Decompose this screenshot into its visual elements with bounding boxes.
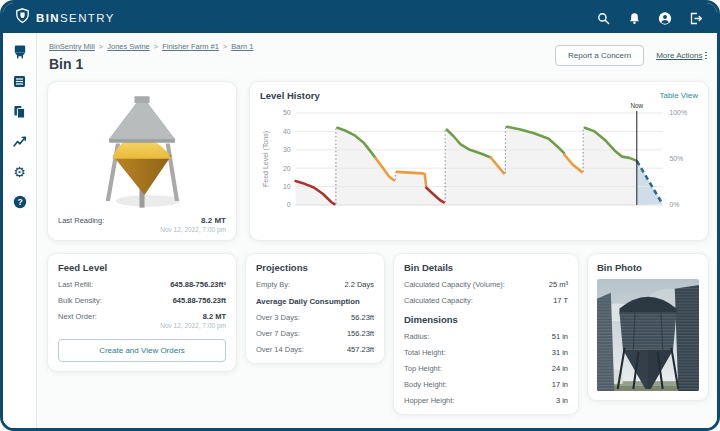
last-reading-timestamp: Nov 12, 2022, 7:00 pm — [58, 226, 226, 233]
radius-row: Radius: 51 in — [404, 332, 568, 341]
next-order-row: Next Order: 8.2 MT — [58, 312, 226, 321]
brand-shield-icon — [15, 8, 30, 28]
capacity-volume-row: Calculated Capacity (Volume): 25 m³ — [404, 280, 568, 289]
level-history-card: Level History Table View 010203040500%50… — [249, 81, 709, 241]
bin-details-title: Bin Details — [404, 262, 568, 273]
over-3-days-row: Over 3 Days: 56.23ft — [256, 313, 374, 322]
avg-daily-consumption-heading: Average Daily Consumption — [256, 297, 374, 306]
search-icon[interactable] — [596, 11, 610, 25]
dimensions-heading: Dimensions — [404, 314, 568, 325]
account-avatar-icon[interactable] — [658, 11, 672, 25]
last-refill-row: Last Refill: 645.88-756.23ft³ — [58, 280, 226, 289]
sidebar-item-trends[interactable] — [12, 134, 27, 149]
table-view-link[interactable]: Table View — [659, 91, 698, 100]
create-view-orders-button[interactable]: Create and View Orders — [58, 339, 226, 362]
svg-text:10: 10 — [283, 183, 291, 190]
bin-3d-illustration — [58, 88, 226, 216]
sidebar-item-help-icon[interactable]: ? — [12, 194, 27, 209]
over-14-days-row: Over 14 Days: 457.23ft — [256, 345, 374, 354]
breadcrumb-link-barn[interactable]: Barn 1 — [231, 42, 253, 51]
svg-text:0%: 0% — [669, 201, 679, 208]
svg-text:100%: 100% — [669, 109, 687, 116]
bin-photo-title: Bin Photo — [597, 262, 699, 273]
brand-logo: BINSENTRY — [15, 8, 115, 28]
main-content: BinSentry Mill>Jones Swine>Finisher Farm… — [37, 33, 717, 428]
feed-level-title: Feed Level — [58, 262, 226, 273]
breadcrumb-link-farm[interactable]: Finisher Farm #1 — [162, 42, 219, 51]
feed-level-card: Feed Level Last Refill: 645.88-756.23ft³… — [47, 253, 237, 372]
svg-text:50%: 50% — [669, 155, 683, 162]
sidebar-item-settings-gear-icon[interactable]: ⚙ — [12, 164, 27, 179]
body-height-row: Body Height: 17 in — [404, 380, 568, 389]
level-history-chart: 010203040500%50%100%Feed Level (Tons)Now — [260, 101, 698, 233]
bulk-density-row: Bulk Density: 645.88-756.23ft — [58, 296, 226, 305]
sidebar-nav: ⚙ ? — [3, 33, 37, 428]
over-7-days-row: Over 7 Days: 156.23ft — [256, 329, 374, 338]
last-reading-value: 8.2 MT — [201, 216, 226, 225]
app-window: BINSENTRY — [0, 0, 720, 431]
svg-text:50: 50 — [283, 109, 291, 116]
sidebar-item-orders-list[interactable] — [12, 74, 27, 89]
svg-text:Feed Level (Tons): Feed Level (Tons) — [262, 131, 270, 187]
sign-out-icon[interactable] — [689, 11, 703, 25]
bin-illustration-card: Last Reading: 8.2 MT Nov 12, 2022, 7:00 … — [47, 81, 237, 241]
bin-details-card: Bin Details Calculated Capacity (Volume)… — [393, 253, 579, 415]
navbar-actions — [596, 11, 703, 25]
hopper-height-row: Hopper Height: 3 in — [404, 396, 568, 405]
kebab-menu-icon — [705, 52, 707, 60]
total-height-row: Total Height: 31 in — [404, 348, 568, 357]
breadcrumb-link-mill[interactable]: BinSentry Mill — [49, 42, 95, 51]
bin-photo-image — [597, 279, 699, 391]
last-reading-row: Last Reading: 8.2 MT — [58, 216, 226, 225]
breadcrumb-link-producer[interactable]: Jones Swine — [107, 42, 150, 51]
last-reading-label: Last Reading: — [58, 216, 104, 225]
breadcrumb: BinSentry Mill>Jones Swine>Finisher Farm… — [49, 42, 253, 51]
more-actions-link[interactable]: More Actions — [656, 51, 707, 60]
svg-text:Now: Now — [630, 102, 643, 109]
projections-title: Projections — [256, 262, 374, 273]
empty-by-row: Empty By: 2.2 Days — [256, 280, 374, 289]
projections-card: Projections Empty By: 2.2 Days Average D… — [245, 253, 385, 364]
brand-name: BINSENTRY — [36, 12, 115, 24]
level-history-title: Level History — [260, 90, 320, 101]
svg-text:30: 30 — [283, 146, 291, 153]
notifications-bell-icon[interactable] — [627, 11, 641, 25]
page-title: Bin 1 — [49, 56, 253, 72]
svg-text:20: 20 — [283, 165, 291, 172]
svg-text:40: 40 — [283, 128, 291, 135]
top-height-row: Top Height: 24 in — [404, 364, 568, 373]
report-concern-button[interactable]: Report a Concern — [555, 45, 644, 66]
sidebar-item-bins[interactable] — [12, 44, 27, 59]
top-navbar: BINSENTRY — [3, 3, 717, 33]
next-order-timestamp: Nov 12, 2022, 7:00 pm — [58, 322, 226, 329]
bin-photo-card: Bin Photo — [587, 253, 709, 401]
capacity-row: Calculated Capacity: 17 T — [404, 296, 568, 305]
sidebar-item-documents[interactable] — [12, 104, 27, 119]
svg-text:0: 0 — [287, 201, 291, 208]
svg-text:?: ? — [17, 197, 22, 207]
